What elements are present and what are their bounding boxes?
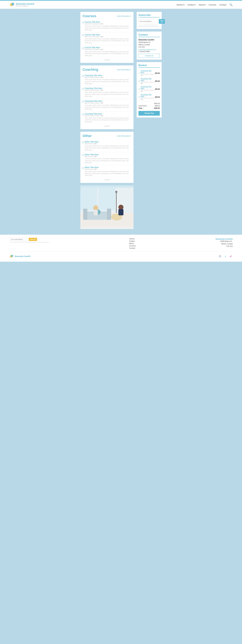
coaching-item-desc-3: Lorem ipsum dolor sit amet, consectetur … xyxy=(85,117,131,123)
other-section: Other more information > ℹ Other Title H… xyxy=(80,132,134,183)
other-item-title-2[interactable]: Other Title Here xyxy=(85,166,131,168)
other-list: ℹ Other Title Here Date & Time: # $$$ Lo… xyxy=(82,140,131,178)
subscribe-signup-button[interactable]: SIGN UP xyxy=(159,19,165,24)
other-item-desc-2: Lorem ipsum dolor sit amet, consectetur … xyxy=(85,170,131,176)
basket-item-title-3[interactable]: Coaching Title Here xyxy=(141,94,155,97)
coaching-item-title-3[interactable]: Coaching Title Here xyxy=(85,113,131,115)
nav-courses[interactable]: Courses xyxy=(209,4,216,6)
basket-item-info-3: Coaching Title Here Date & Time of Cours… xyxy=(141,94,155,100)
other-more-info[interactable]: more information > xyxy=(117,135,131,137)
coaching-item-title-0[interactable]: Coaching Title Here xyxy=(85,74,131,76)
subscribe-row: SIGN UP xyxy=(139,19,160,24)
nav-about[interactable]: About ▾ xyxy=(199,4,206,6)
nav-stories[interactable]: Stories ▾ xyxy=(177,4,184,6)
courses-more-info[interactable]: more information > xyxy=(117,15,131,17)
basket-item-meta-0: Date & Time of Course: # $$$ xyxy=(141,74,155,76)
other-item-meta-0: Date & Time: # $$$ xyxy=(85,143,131,144)
other-pagination[interactable]: « 1 2 3 » xyxy=(82,179,131,181)
coaching-item-meta-1: Date & Time of Course: # $$$ xyxy=(85,90,131,91)
nav-guides[interactable]: Guides ▾ xyxy=(188,4,196,6)
people-image xyxy=(80,186,134,229)
basket-remove-0[interactable]: ✕ xyxy=(139,72,140,74)
contact-address: 18288 Alberta St.,Alberta, CanadaU7E 1E3 xyxy=(139,41,160,48)
facebook-icon[interactable]: ⓒ xyxy=(218,254,222,258)
basket-item-title-2[interactable]: Coaching Title Here xyxy=(141,86,155,90)
basket-item-meta-3: Date & Time of Course: # $$$ xyxy=(141,97,155,100)
footer-nav-guides[interactable]: Guides xyxy=(129,240,136,242)
contact-email[interactable]: dementiacarekit@gmail.com xyxy=(139,49,160,50)
chevron-down-icon: ▾ xyxy=(204,4,206,6)
logo-icon xyxy=(9,2,15,8)
footer-logo: Dementia CareKit xyxy=(9,254,30,258)
footer-nav-stories[interactable]: Stories xyxy=(129,238,136,240)
subscribe-box: Subscribe SIGN UP * Your e-mail will ONL… xyxy=(137,12,162,29)
svg-point-13 xyxy=(118,205,123,210)
svg-point-1 xyxy=(12,3,14,6)
basket-box: Basket ✕ Coaching Title Here Date & Time… xyxy=(137,62,162,118)
nav-contact[interactable]: Contact xyxy=(219,4,226,6)
basket-item-meta-1: Date & Time of Course: # $$$ xyxy=(141,82,155,84)
header: Dementia CareKit Care for Caregivers Sto… xyxy=(0,0,242,9)
course-item-title-0[interactable]: Course Title Here xyxy=(85,21,131,23)
other-item-title-0[interactable]: Other Title Here xyxy=(85,141,131,143)
instagram-icon[interactable]: ☍ xyxy=(229,254,233,258)
courses-title: Courses xyxy=(82,14,96,18)
contact-us-button[interactable]: Contact Us xyxy=(139,54,160,58)
footer-nav-courses[interactable]: Courses xyxy=(129,245,136,247)
main-nav: Stories ▾ Guides ▾ About ▾ Courses Conta… xyxy=(177,3,233,6)
footer-top: SIGN UP * Your e-mail will ONLY be used … xyxy=(9,238,233,252)
basket-item-1: ✕ Coaching Title Here Date & Time of Cou… xyxy=(139,77,160,85)
footer-subscribe-row: SIGN UP xyxy=(9,238,49,241)
chevron-down-icon: ▾ xyxy=(194,4,196,6)
search-icon[interactable]: 🔍 xyxy=(229,3,233,6)
basket-item-title-1[interactable]: Coaching Title Here xyxy=(141,78,155,82)
coaching-item-title-2[interactable]: Coaching Title Here xyxy=(85,100,131,102)
main-content: Courses more information > ℹ Course Titl… xyxy=(79,9,163,235)
coaching-item-meta-2: Date & Time of Course: # $$$ xyxy=(85,102,131,104)
other-item-content-2: Other Title Here Date & Time: # $$$ Lore… xyxy=(85,166,131,176)
info-icon: ℹ xyxy=(82,34,83,44)
basket-item-price-3: $99.99 xyxy=(155,96,160,98)
coaching-item-content-1: Coaching Title Here Date & Time of Cours… xyxy=(85,87,131,97)
basket-remove-3[interactable]: ✕ xyxy=(139,96,140,98)
basket-gst-row: xGST(15%) $60.00 xyxy=(139,105,160,107)
footer-logo-icon xyxy=(9,254,14,258)
footer-email-input[interactable] xyxy=(9,238,28,241)
coaching-title: Coaching xyxy=(82,68,98,72)
course-item-title-1[interactable]: Course Title Here xyxy=(85,34,131,36)
basket-item-price-2: $99.99 xyxy=(155,88,160,90)
info-icon: ℹ xyxy=(82,167,83,176)
course-item-content-0: Course Title Here Date & Time of Course:… xyxy=(85,21,131,31)
checkout-button[interactable]: Check Out xyxy=(139,111,160,116)
coaching-pagination[interactable]: « 1 2 3 » xyxy=(82,125,131,127)
basket-remove-2[interactable]: ✕ xyxy=(139,88,140,90)
footer-nav-contact[interactable]: Contact xyxy=(129,247,136,249)
basket-item-price-0: $99.99 xyxy=(155,72,160,74)
svg-rect-12 xyxy=(94,210,98,215)
contact-phone: 1-780-907-9696 xyxy=(139,51,160,52)
basket-remove-1[interactable]: ✕ xyxy=(139,80,140,82)
svg-rect-14 xyxy=(118,209,123,215)
basket-item-left-3: ✕ Coaching Title Here Date & Time of Cou… xyxy=(139,94,155,100)
basket-subtotal-row: $400.00 xyxy=(139,102,160,105)
other-item-0: ℹ Other Title Here Date & Time: # $$$ Lo… xyxy=(82,140,131,152)
twitter-icon[interactable]: 𝕣 xyxy=(223,254,227,258)
other-item-2: ℹ Other Title Here Date & Time: # $$$ Lo… xyxy=(82,165,131,178)
footer-bottom: Dementia CareKit ⓒ 𝕣 ☍ xyxy=(9,254,233,258)
basket-item-3: ✕ Coaching Title Here Date & Time of Cou… xyxy=(139,93,160,101)
logo-area[interactable]: Dementia CareKit Care for Caregivers xyxy=(9,2,34,8)
subscribe-email-input[interactable] xyxy=(139,20,158,23)
coaching-more-info[interactable]: more information > xyxy=(117,69,131,70)
course-item-title-2[interactable]: Course Title Here xyxy=(85,46,131,49)
footer-nav-about[interactable]: About xyxy=(129,242,136,244)
other-item-title-1[interactable]: Other Title Here xyxy=(85,154,131,156)
footer-signup-button[interactable]: SIGN UP xyxy=(29,238,37,241)
courses-section: Courses more information > ℹ Course Titl… xyxy=(80,12,134,63)
basket-item-title-0[interactable]: Coaching Title Here xyxy=(141,70,155,74)
courses-pagination[interactable]: « 1 2 3 » xyxy=(82,59,131,61)
basket-item-2: ✕ Coaching Title Here Date & Time of Cou… xyxy=(139,85,160,93)
coaching-item-title-1[interactable]: Coaching Title Here xyxy=(85,87,131,90)
course-item-meta-1: Date & Time of Course: # $$$ xyxy=(85,36,131,38)
logo-name: Dementia CareKit xyxy=(16,3,34,5)
info-icon: ℹ xyxy=(82,88,83,97)
